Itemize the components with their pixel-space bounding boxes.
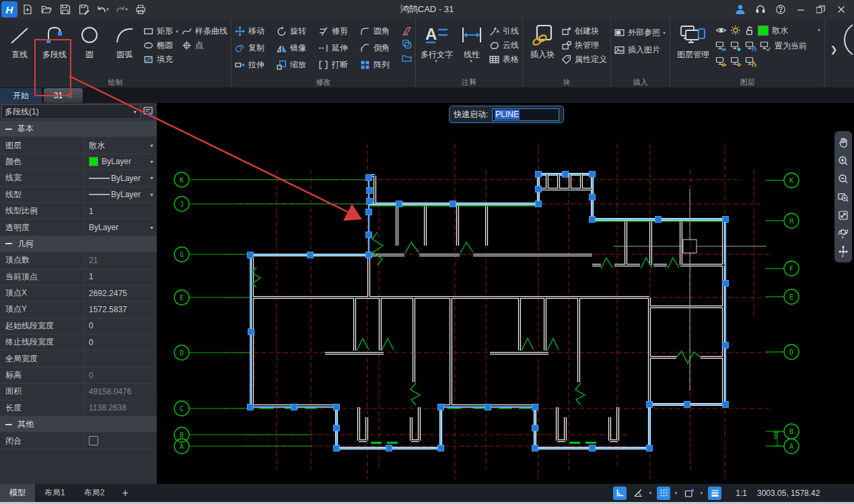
add-layout-icon[interactable]: +: [114, 487, 136, 499]
new-file-button[interactable]: [19, 1, 36, 17]
circle-icon: [78, 21, 101, 50]
chamfer-tool[interactable]: 倒角: [360, 42, 399, 54]
restore-button[interactable]: [812, 1, 830, 17]
section-header[interactable]: 其他: [0, 417, 157, 433]
line-button[interactable]: 直线: [3, 21, 36, 77]
save-button[interactable]: [57, 1, 74, 17]
move-view-icon[interactable]: ▼: [835, 243, 851, 260]
pan-icon[interactable]: [835, 134, 851, 151]
layer-lock-icon[interactable]: [744, 26, 754, 36]
block-manager-tool[interactable]: 块管理: [561, 40, 607, 51]
grip-point: [248, 329, 254, 335]
polar-tracking-icon[interactable]: [631, 487, 645, 500]
array-tool[interactable]: 阵列: [360, 59, 399, 71]
undo-button[interactable]: ▼: [94, 1, 112, 17]
create-block-tool[interactable]: 创建块: [561, 26, 607, 37]
copy-tool[interactable]: 复制: [235, 42, 274, 54]
zoom-extents-icon[interactable]: [835, 207, 851, 223]
array-tool-icon: [360, 60, 370, 70]
layer-visible-icon[interactable]: [715, 26, 727, 35]
leader-tool[interactable]: 引线: [489, 26, 519, 37]
layer-lock2-icon[interactable]: [745, 40, 756, 51]
dynamic-input-icon[interactable]: [682, 487, 696, 500]
trim-tool[interactable]: 修剪: [318, 26, 357, 37]
property-row: 颜色ByLayer▼: [0, 154, 157, 170]
close-button[interactable]: [832, 1, 850, 17]
zoom-out-icon[interactable]: [835, 170, 851, 187]
attribute-define-tool[interactable]: 属性定义: [561, 54, 607, 65]
layer-color-swatch[interactable]: [758, 26, 769, 36]
closed-checkbox[interactable]: [89, 436, 98, 445]
zoom-window-icon[interactable]: [835, 188, 851, 205]
support-icon[interactable]: [752, 1, 769, 17]
linear-dim-button[interactable]: 线性 ▼: [457, 21, 487, 77]
layer-manager-button[interactable]: 图层管理: [674, 21, 713, 77]
annotation-scale[interactable]: 1:1: [736, 489, 747, 498]
app-logo[interactable]: H: [1, 1, 17, 17]
layer-sun-icon[interactable]: [730, 25, 741, 36]
open-file-button[interactable]: [38, 1, 55, 17]
hatch-tool[interactable]: 填充: [143, 54, 179, 65]
layer-freeze-icon[interactable]: [730, 40, 742, 51]
circle-button[interactable]: 圆: [73, 21, 106, 77]
insert-image-tool[interactable]: 插入图片: [614, 44, 666, 56]
tab-model[interactable]: 模型: [0, 484, 35, 502]
ortho-toggle-icon[interactable]: [613, 487, 627, 500]
arc-button[interactable]: 圆弧: [108, 21, 141, 77]
tab-document[interactable]: 31✕: [44, 88, 83, 103]
section-header[interactable]: 基本: [0, 121, 157, 137]
snap-grid-icon[interactable]: [657, 487, 670, 500]
current-layer-name[interactable]: 散水: [772, 25, 788, 36]
scale-tool[interactable]: 缩放: [277, 59, 316, 71]
ellipse-tool[interactable]: 椭圆: [143, 40, 179, 51]
mtext-button[interactable]: A 多行文字 ▼: [419, 21, 454, 77]
tab-start[interactable]: 开始: [0, 88, 42, 103]
zoom-in-icon[interactable]: [835, 152, 851, 169]
layer-unlock-icon[interactable]: [745, 56, 756, 67]
explode-icon[interactable]: [402, 52, 412, 63]
account-icon[interactable]: [732, 1, 749, 17]
spline-tool[interactable]: 样条曲线: [182, 26, 227, 37]
set-current-label[interactable]: 置为当前: [775, 40, 807, 52]
orbit-icon[interactable]: ▼: [835, 225, 851, 242]
quick-launch-input[interactable]: PLINE: [492, 108, 559, 121]
clipped-tool-icon: [842, 21, 854, 77]
insert-block-button[interactable]: 插入块: [526, 21, 559, 77]
extend-tool[interactable]: 延伸: [318, 42, 357, 54]
polyline-button[interactable]: 多段线: [38, 21, 71, 77]
save-as-button[interactable]: [75, 1, 93, 17]
fillet-tool[interactable]: 圆角: [360, 26, 399, 37]
quick-select-icon[interactable]: [141, 106, 157, 118]
eraser-icon[interactable]: [402, 26, 412, 36]
rect-tool[interactable]: 矩形▼: [143, 26, 179, 37]
layer-dropdown-caret[interactable]: ▼: [817, 28, 821, 32]
redo-button[interactable]: ▼: [113, 1, 131, 17]
ribbon-expand-chevron[interactable]: ❯: [828, 21, 839, 77]
help-icon[interactable]: [772, 1, 789, 17]
selection-type-dropdown[interactable]: 多段线(1)▼: [1, 104, 141, 119]
layer-thaw-icon[interactable]: [730, 56, 742, 67]
layer-on-icon[interactable]: [715, 56, 727, 67]
break-tool[interactable]: 打断: [318, 59, 357, 71]
external-reference-tool[interactable]: 外部参照▼: [614, 27, 666, 38]
mirror-tool[interactable]: 镜像: [277, 42, 316, 54]
point-tool[interactable]: 点: [182, 40, 227, 51]
drawing-canvas[interactable]: KJGEDCBAKHFEDBA900: [157, 103, 854, 484]
layer-off-icon[interactable]: [715, 40, 727, 51]
offset-icon[interactable]: [402, 39, 412, 49]
table-tool[interactable]: 表格: [489, 54, 519, 65]
lineweight-toggle-icon[interactable]: [708, 487, 721, 500]
tab-close-icon[interactable]: ✕: [67, 92, 73, 100]
set-current-icon[interactable]: [760, 40, 771, 51]
move-tool[interactable]: 移动: [235, 26, 274, 37]
tab-layout2[interactable]: 布局2: [75, 484, 114, 502]
tab-layout1[interactable]: 布局1: [35, 484, 75, 502]
minimize-button[interactable]: [792, 1, 810, 17]
stretch-tool-icon: [235, 60, 245, 70]
section-header[interactable]: 几何: [0, 236, 157, 252]
rotate-tool[interactable]: 旋转: [277, 26, 316, 37]
print-button[interactable]: [132, 1, 149, 17]
stretch-tool[interactable]: 拉伸: [235, 59, 274, 71]
revcloud-tool[interactable]: 云线: [489, 40, 519, 51]
rotate-tool-icon: [277, 26, 287, 36]
